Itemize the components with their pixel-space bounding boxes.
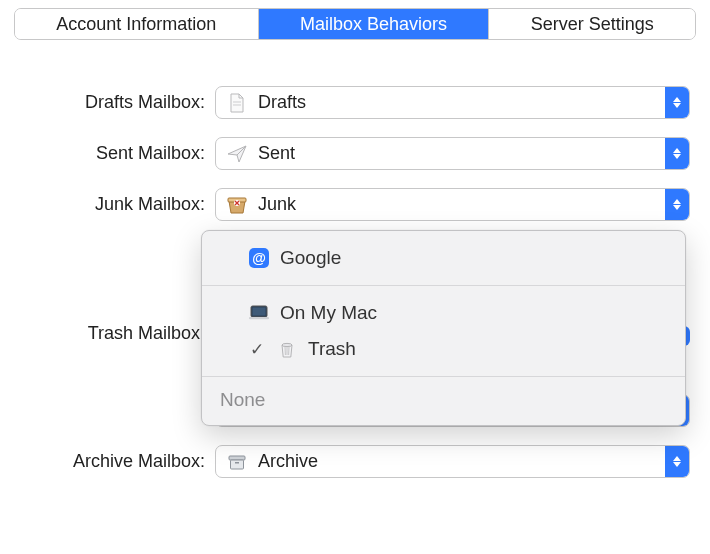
- select-drafts-mailbox[interactable]: Drafts: [215, 86, 690, 119]
- select-archive-mailbox[interactable]: Archive: [215, 445, 690, 478]
- junk-icon: [226, 194, 248, 216]
- select-archive-value: Archive: [256, 451, 318, 472]
- svg-point-15: [282, 343, 292, 346]
- select-sent-value: Sent: [256, 143, 295, 164]
- drafts-icon: [226, 92, 248, 114]
- updown-arrows-icon: [665, 189, 689, 220]
- tab-label: Mailbox Behaviors: [300, 14, 447, 35]
- row-sent: Sent Mailbox: Sent: [20, 137, 690, 170]
- tab-account-information[interactable]: Account Information: [15, 9, 259, 39]
- tab-label: Server Settings: [531, 14, 654, 35]
- svg-rect-14: [249, 317, 269, 319]
- tab-bar: Account Information Mailbox Behaviors Se…: [14, 8, 696, 40]
- svg-rect-7: [229, 456, 245, 460]
- select-junk-mailbox[interactable]: Junk: [215, 188, 690, 221]
- popover-trash-label: Trash: [308, 338, 356, 360]
- label-junk: Junk Mailbox:: [20, 194, 215, 215]
- popover-section-google[interactable]: @ Google: [202, 231, 685, 286]
- popover-item-onmymac[interactable]: On My Mac: [220, 298, 667, 328]
- row-junk: Junk Mailbox: Junk: [20, 188, 690, 221]
- popover-section-onmymac: On My Mac ✓ Trash: [202, 286, 685, 377]
- updown-arrows-icon: [665, 138, 689, 169]
- row-drafts: Drafts Mailbox: Drafts: [20, 86, 690, 119]
- row-archive: Archive Mailbox: Archive: [20, 445, 690, 478]
- tab-mailbox-behaviors[interactable]: Mailbox Behaviors: [259, 9, 490, 39]
- select-drafts-value: Drafts: [256, 92, 306, 113]
- label-archive: Archive Mailbox:: [20, 451, 215, 472]
- popover-item-none[interactable]: None: [202, 377, 685, 425]
- popover-onmymac-label: On My Mac: [280, 302, 377, 324]
- svg-rect-13: [253, 308, 266, 316]
- select-junk-value: Junk: [256, 194, 296, 215]
- svg-text:@: @: [252, 250, 266, 266]
- archive-icon: [226, 451, 248, 473]
- updown-arrows-icon: [665, 87, 689, 118]
- popover-google-label: Google: [280, 247, 341, 269]
- sent-icon: [226, 143, 248, 165]
- trash-icon: [276, 338, 298, 360]
- popover-item-trash[interactable]: ✓ Trash: [220, 334, 667, 364]
- svg-rect-8: [231, 460, 244, 469]
- computer-icon: [248, 302, 270, 324]
- trash-mailbox-popover: @ Google On My Mac ✓: [201, 230, 686, 426]
- label-trash: Trash Mailbox:: [20, 323, 215, 344]
- popover-none-label: None: [220, 389, 265, 410]
- label-drafts: Drafts Mailbox:: [20, 92, 215, 113]
- select-sent-mailbox[interactable]: Sent: [215, 137, 690, 170]
- updown-arrows-icon: [665, 446, 689, 477]
- checkmark-icon: ✓: [248, 339, 266, 360]
- svg-rect-9: [235, 462, 239, 464]
- label-sent: Sent Mailbox:: [20, 143, 215, 164]
- tab-server-settings[interactable]: Server Settings: [489, 9, 695, 39]
- tab-label: Account Information: [56, 14, 216, 35]
- at-sign-icon: @: [248, 247, 270, 269]
